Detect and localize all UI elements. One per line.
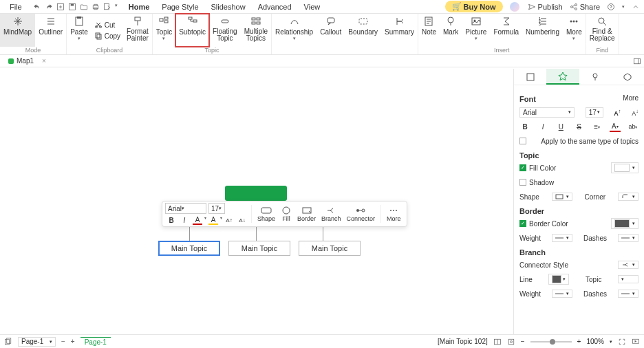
- cut-button[interactable]: Cut: [92, 19, 123, 30]
- help-icon[interactable]: ?: [607, 3, 615, 11]
- find-replace-button[interactable]: Find & Replace: [586, 14, 619, 47]
- main-topic-1[interactable]: Main Topic: [158, 241, 220, 256]
- floating-topic-button[interactable]: Floating Topic: [209, 14, 241, 47]
- font-size-select[interactable]: 17▾: [586, 107, 603, 118]
- export-icon[interactable]: [103, 3, 111, 11]
- strikethrough-button[interactable]: S: [573, 121, 584, 132]
- note-button[interactable]: Note: [418, 14, 440, 47]
- page-add-button[interactable]: +: [71, 338, 75, 345]
- float-size-select[interactable]: 17▾: [208, 203, 225, 214]
- pages-icon[interactable]: [4, 338, 12, 346]
- copy-button[interactable]: Copy: [92, 30, 123, 41]
- menu-view[interactable]: View: [299, 1, 326, 12]
- branch-topic-select[interactable]: ▾: [618, 275, 638, 283]
- formula-button[interactable]: Formula: [490, 14, 522, 47]
- branch-weight-select[interactable]: ▾: [552, 290, 572, 298]
- page-remove-button[interactable]: −: [61, 338, 65, 345]
- paste-button[interactable]: Paste▾: [67, 14, 92, 47]
- document-tab[interactable]: Map1×: [3, 56, 52, 65]
- float-decrease-font-button[interactable]: A↓: [237, 215, 247, 225]
- shadow-checkbox[interactable]: [519, 179, 526, 186]
- align-button[interactable]: ≡▾: [592, 121, 603, 132]
- font-increase-button[interactable]: A↑: [614, 108, 621, 117]
- main-topic-2[interactable]: Main Topic: [228, 241, 290, 256]
- float-branch-button[interactable]: Branch: [321, 206, 341, 222]
- zoom-in-button[interactable]: +: [577, 338, 581, 345]
- zoom-out-button[interactable]: −: [521, 338, 525, 345]
- callout-button[interactable]: Callout: [316, 14, 345, 54]
- mindmap-mode-button[interactable]: MindMap: [0, 14, 35, 47]
- fill-color-checkbox[interactable]: ✓: [519, 164, 526, 171]
- case-button[interactable]: ab▾: [627, 121, 638, 132]
- zoom-slider[interactable]: [530, 341, 572, 342]
- branch-line-color[interactable]: ▾: [548, 274, 569, 285]
- underline-button[interactable]: U: [555, 121, 566, 132]
- float-fill-button[interactable]: Fill: [281, 206, 292, 222]
- close-tab-icon[interactable]: ×: [42, 57, 46, 65]
- menu-slideshow[interactable]: Slideshow: [206, 1, 251, 12]
- relationship-button[interactable]: Relationship▾: [272, 14, 316, 54]
- panel-toggle-icon[interactable]: [633, 57, 641, 65]
- float-font-select[interactable]: Arial▾: [165, 203, 206, 214]
- float-connector-button[interactable]: Connector: [347, 206, 376, 222]
- menu-advanced[interactable]: Advanced: [253, 1, 297, 12]
- branch-dashes-select[interactable]: ▾: [618, 290, 638, 298]
- float-highlight-button[interactable]: A: [208, 215, 218, 225]
- float-bold-button[interactable]: B: [167, 215, 176, 225]
- float-increase-font-button[interactable]: A↑: [224, 215, 234, 225]
- float-italic-button[interactable]: I: [180, 215, 189, 225]
- qat-dropdown-icon[interactable]: ▾: [115, 3, 118, 11]
- save-icon[interactable]: [68, 3, 76, 11]
- shape-select[interactable]: ▾: [552, 193, 572, 201]
- font-name-select[interactable]: Arial▾: [519, 107, 575, 118]
- fullscreen-icon[interactable]: [618, 338, 626, 346]
- format-painter-button[interactable]: Format Painter: [123, 14, 152, 47]
- undo-icon[interactable]: [33, 3, 41, 11]
- file-menu[interactable]: File: [4, 1, 28, 12]
- menu-home[interactable]: Home: [123, 1, 155, 12]
- summary-button[interactable]: Summary: [381, 14, 418, 54]
- picture-button[interactable]: Picture▾: [462, 14, 490, 47]
- side-tab-style[interactable]: [546, 69, 579, 85]
- chevron-down-icon[interactable]: ▾: [610, 339, 612, 345]
- redo-icon[interactable]: [45, 3, 53, 11]
- chevron-down-icon[interactable]: ▾: [204, 215, 206, 225]
- apply-same-type-checkbox[interactable]: [519, 138, 526, 144]
- mark-button[interactable]: Mark: [440, 14, 462, 47]
- float-font-color-button[interactable]: A: [193, 215, 202, 225]
- chevron-down-icon[interactable]: ▾: [220, 215, 222, 225]
- multiple-topics-button[interactable]: Multiple Topics: [241, 14, 271, 47]
- boundary-button[interactable]: Boundary: [345, 14, 381, 54]
- main-topic-3[interactable]: Main Topic: [299, 241, 361, 256]
- border-weight-select[interactable]: ▾: [552, 234, 572, 242]
- page-select[interactable]: Page-1▾: [18, 337, 56, 347]
- share-button[interactable]: Share: [570, 3, 600, 11]
- side-tab-icon[interactable]: [612, 69, 644, 85]
- avatar[interactable]: [510, 2, 519, 12]
- font-decrease-button[interactable]: A↓: [632, 108, 638, 117]
- border-color-checkbox[interactable]: ✓: [519, 220, 526, 227]
- central-topic[interactable]: [225, 186, 287, 201]
- border-dashes-select[interactable]: ▾: [618, 234, 638, 242]
- side-tab-theme[interactable]: [579, 69, 612, 85]
- fit-icon[interactable]: [507, 338, 515, 346]
- topic-button[interactable]: Topic▾: [153, 14, 175, 47]
- new-page-icon[interactable]: [56, 3, 65, 11]
- corner-select[interactable]: ▾: [618, 193, 638, 201]
- fill-color-select[interactable]: ▾: [611, 162, 638, 173]
- italic-button[interactable]: I: [537, 121, 548, 132]
- float-border-button[interactable]: Border: [297, 206, 316, 222]
- bold-button[interactable]: B: [519, 121, 530, 132]
- font-more-link[interactable]: More: [623, 94, 638, 102]
- numbering-button[interactable]: 123Numbering: [522, 14, 563, 47]
- subtopic-button[interactable]: Subtopic: [175, 14, 209, 47]
- float-shape-button[interactable]: Shape: [257, 206, 275, 222]
- open-icon[interactable]: [80, 3, 88, 11]
- help-dropdown-icon[interactable]: ▾: [622, 4, 625, 10]
- page-tab[interactable]: Page-1: [80, 337, 111, 347]
- font-color-button[interactable]: A▾: [610, 121, 621, 132]
- collapse-ribbon-icon[interactable]: [632, 3, 640, 11]
- side-tab-outline[interactable]: [514, 69, 546, 85]
- publish-button[interactable]: Publish: [528, 3, 563, 11]
- connector-style-select[interactable]: ▾: [618, 261, 638, 269]
